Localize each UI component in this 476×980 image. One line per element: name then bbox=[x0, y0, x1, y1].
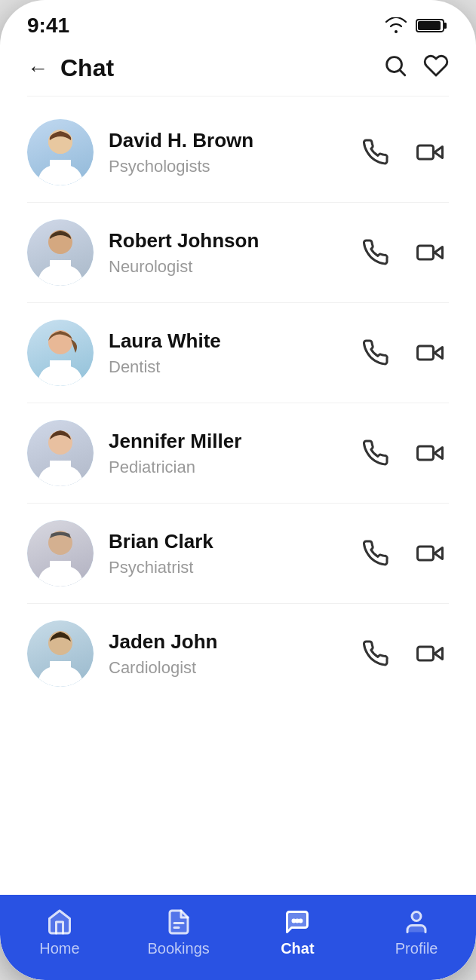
avatar-illustration bbox=[27, 219, 94, 286]
phone-icon bbox=[362, 239, 389, 266]
contact-actions bbox=[357, 635, 449, 672]
phone-button[interactable] bbox=[357, 234, 395, 271]
svg-rect-19 bbox=[50, 461, 71, 468]
contact-name: Jaden John bbox=[109, 630, 342, 654]
avatar bbox=[27, 420, 94, 486]
svg-rect-2 bbox=[418, 21, 441, 30]
avatar bbox=[27, 620, 94, 687]
contact-item[interactable]: Robert Johnson Neurologist bbox=[0, 203, 476, 302]
avatar-illustration bbox=[27, 520, 94, 586]
contact-info: Jaden John Cardiologist bbox=[109, 630, 342, 678]
svg-rect-28 bbox=[418, 647, 434, 660]
svg-rect-1 bbox=[444, 23, 447, 29]
contact-info: Jennifer Miller Pediatrician bbox=[109, 430, 342, 477]
svg-marker-17 bbox=[435, 348, 443, 359]
video-button[interactable] bbox=[411, 133, 449, 171]
phone-button[interactable] bbox=[357, 534, 395, 572]
video-icon bbox=[416, 339, 444, 366]
contact-info: David H. Brown Psychologists bbox=[109, 129, 342, 176]
contact-item[interactable]: Laura White Dentist bbox=[0, 303, 476, 403]
back-button[interactable]: ← bbox=[27, 57, 48, 81]
svg-point-3 bbox=[387, 57, 402, 72]
contact-name: Brian Clark bbox=[109, 530, 342, 553]
svg-marker-29 bbox=[435, 648, 443, 660]
contact-specialty: Neurologist bbox=[109, 257, 342, 277]
nav-item-chat[interactable]: Chat bbox=[259, 908, 335, 957]
svg-rect-16 bbox=[418, 346, 434, 360]
contact-list: David H. Brown Psychologists bbox=[0, 96, 476, 895]
avatar-illustration bbox=[27, 320, 94, 386]
video-button[interactable] bbox=[411, 635, 449, 672]
svg-line-4 bbox=[401, 71, 405, 75]
avatar bbox=[27, 219, 94, 286]
phone-button[interactable] bbox=[357, 334, 395, 372]
nav-label-profile: Profile bbox=[395, 940, 438, 957]
contact-info: Brian Clark Psychiatrist bbox=[109, 530, 342, 577]
bottom-nav: Home Bookings Chat bbox=[0, 895, 476, 980]
phone-icon bbox=[362, 640, 389, 667]
bookings-icon bbox=[165, 908, 192, 936]
video-button[interactable] bbox=[411, 234, 449, 271]
contact-item[interactable]: Jennifer Miller Pediatrician bbox=[0, 403, 476, 503]
contact-actions bbox=[357, 133, 449, 171]
contact-name: Robert Johnson bbox=[109, 229, 342, 253]
avatar-illustration bbox=[27, 420, 94, 486]
status-icons bbox=[384, 17, 449, 34]
video-icon bbox=[416, 239, 444, 266]
nav-label-bookings: Bookings bbox=[147, 940, 209, 957]
svg-rect-6 bbox=[50, 160, 71, 167]
nav-label-chat: Chat bbox=[281, 940, 314, 957]
contact-info: Laura White Dentist bbox=[109, 329, 342, 377]
nav-item-profile[interactable]: Profile bbox=[379, 908, 454, 957]
header-actions bbox=[382, 53, 449, 84]
svg-marker-9 bbox=[435, 147, 443, 158]
contact-item[interactable]: David H. Brown Psychologists bbox=[0, 103, 476, 202]
video-button[interactable] bbox=[411, 434, 449, 472]
contact-actions bbox=[357, 234, 449, 271]
phone-button[interactable] bbox=[357, 133, 395, 171]
contact-specialty: Dentist bbox=[109, 357, 342, 377]
video-button[interactable] bbox=[411, 534, 449, 572]
video-button[interactable] bbox=[411, 334, 449, 372]
header: ← Chat bbox=[0, 45, 476, 96]
svg-rect-15 bbox=[50, 360, 71, 368]
contact-name: Jennifer Miller bbox=[109, 430, 342, 453]
nav-item-home[interactable]: Home bbox=[22, 908, 97, 957]
video-icon bbox=[416, 439, 444, 467]
phone-icon bbox=[362, 540, 389, 567]
svg-rect-24 bbox=[418, 547, 434, 560]
phone-frame: 9:41 ← Chat bbox=[0, 0, 476, 980]
contact-actions bbox=[357, 534, 449, 572]
contact-actions bbox=[357, 334, 449, 372]
svg-rect-11 bbox=[50, 260, 71, 268]
svg-marker-25 bbox=[435, 548, 443, 559]
svg-point-34 bbox=[299, 920, 302, 922]
search-icon bbox=[382, 53, 408, 78]
contact-name: David H. Brown bbox=[109, 129, 342, 152]
phone-icon bbox=[362, 339, 389, 366]
contact-name: Laura White bbox=[109, 329, 342, 353]
avatar-illustration bbox=[27, 119, 94, 185]
contact-specialty: Cardiologist bbox=[109, 658, 342, 678]
svg-point-33 bbox=[296, 920, 299, 922]
nav-item-bookings[interactable]: Bookings bbox=[141, 908, 217, 957]
contact-actions bbox=[357, 434, 449, 472]
heart-icon bbox=[423, 53, 449, 78]
contact-item[interactable]: Brian Clark Psychiatrist bbox=[0, 504, 476, 603]
video-icon bbox=[416, 640, 444, 667]
svg-rect-8 bbox=[418, 145, 434, 159]
favorite-button[interactable] bbox=[423, 53, 449, 84]
search-button[interactable] bbox=[382, 53, 408, 84]
status-bar: 9:41 bbox=[0, 0, 476, 45]
phone-button[interactable] bbox=[357, 635, 395, 672]
contact-specialty: Psychologists bbox=[109, 157, 342, 176]
contact-specialty: Pediatrician bbox=[109, 458, 342, 477]
phone-button[interactable] bbox=[357, 434, 395, 472]
svg-rect-20 bbox=[418, 446, 434, 460]
phone-icon bbox=[362, 439, 389, 467]
status-time: 9:41 bbox=[27, 14, 69, 38]
contact-item[interactable]: Jaden John Cardiologist bbox=[0, 604, 476, 703]
avatar bbox=[27, 119, 94, 185]
home-icon bbox=[46, 908, 73, 936]
profile-icon bbox=[403, 908, 430, 936]
